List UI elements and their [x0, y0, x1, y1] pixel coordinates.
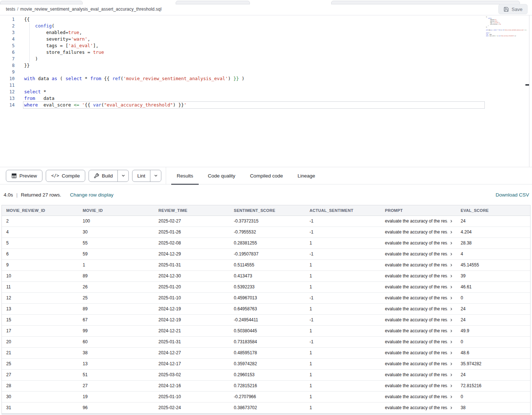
table-row[interactable]: 31962025-02-240.386737021evaluate the ac… [2, 402, 530, 413]
table-row[interactable]: 6592024-12-29-0.19507837-1evaluate the a… [2, 248, 530, 259]
expand-cell-chevron-icon[interactable] [449, 340, 453, 344]
lint-button[interactable]: Lint [132, 170, 150, 182]
table-row[interactable]: 12252025-01-100.45967013-1evaluate the a… [2, 292, 530, 303]
cell: -1 [305, 292, 381, 303]
status-separator: | [16, 192, 18, 198]
expand-cell-chevron-icon[interactable] [449, 373, 453, 377]
cell: 0.72815216 [229, 380, 305, 391]
compile-button[interactable]: </> Compile [46, 170, 85, 182]
code-editor[interactable]: 1{{2 config(3 enabled=true,4 severity='w… [0, 15, 532, 167]
expand-cell-chevron-icon[interactable] [449, 252, 453, 256]
code-line[interactable]: 7 ) [0, 56, 532, 62]
cell: 99 [78, 325, 154, 336]
table-row[interactable]: 17992024-12-210.503804451evaluate the ac… [2, 325, 530, 336]
table-row[interactable]: 5552025-02-080.283812551evaluate the acc… [2, 238, 530, 248]
prompt-cell: evaluate the accuracy of the res… [381, 227, 456, 238]
eval-score-cell: 38 [456, 402, 530, 413]
table-row[interactable]: 4302025-01-26-0.7955532-1evaluate the ac… [2, 227, 530, 238]
tab-results[interactable]: Results [171, 167, 199, 184]
file-bar: tests/movie_review_sentiment_analysis_ev… [0, 3, 532, 15]
column-header[interactable]: SENTIMENT_SCORE [229, 205, 305, 216]
table-row[interactable]: 25132024-12-170.359742821evaluate the ac… [2, 358, 530, 369]
minimap-line: where eval_score <= '{{ var("eval_accura… [486, 35, 527, 37]
expand-cell-chevron-icon[interactable] [449, 274, 453, 278]
column-header[interactable]: MOVIE_REVIEW_ID [2, 205, 78, 216]
tab-lineage[interactable]: Lineage [292, 167, 321, 184]
code-line[interactable]: 11 [0, 82, 532, 89]
prompt-cell: evaluate the accuracy of the res… [381, 248, 456, 259]
expand-cell-chevron-icon[interactable] [449, 285, 453, 289]
cell: 1 [305, 391, 381, 402]
code-line[interactable]: 1{{ [0, 16, 532, 23]
table-row[interactable]: 30192025-01-10-0.27079661evaluate the ac… [2, 391, 530, 402]
table-row[interactable]: 20602025-01-310.73183584-1evaluate the a… [2, 336, 530, 347]
table-row[interactable]: 21382024-12-270.485951781evaluate the ac… [2, 347, 530, 358]
editor-minimap[interactable]: {{ config( enabled=true, severity='warn'… [486, 16, 527, 37]
expand-cell-chevron-icon[interactable] [449, 241, 453, 245]
expand-cell-chevron-icon[interactable] [449, 395, 453, 399]
code-line[interactable]: 9 [0, 69, 532, 75]
code-line[interactable]: 3 enabled=true, [0, 29, 532, 36]
code-line[interactable]: 4 severity='warn', [0, 36, 532, 42]
cell: 96 [78, 402, 154, 413]
code-line[interactable]: 6 store_failures = true [0, 49, 532, 56]
change-row-display-link[interactable]: Change row display [70, 192, 113, 198]
code-line-content: where eval_score <= '{{ var("eval_accura… [24, 102, 485, 108]
table-row[interactable]: 15672024-12-19-0.24954411-1evaluate the … [2, 314, 530, 325]
expand-cell-chevron-icon[interactable] [449, 296, 453, 300]
expand-cell-chevron-icon[interactable] [449, 230, 453, 234]
code-line[interactable]: 13from data [0, 95, 532, 102]
prompt-cell: evaluate the accuracy of the res… [381, 347, 456, 358]
expand-cell-chevron-icon[interactable] [449, 329, 453, 333]
expand-cell-chevron-icon[interactable] [449, 362, 453, 366]
code-line[interactable]: 14where eval_score <= '{{ var("eval_accu… [0, 102, 532, 108]
tab-compiled-code[interactable]: Compiled code [244, 167, 288, 184]
expand-cell-chevron-icon[interactable] [449, 384, 453, 388]
download-csv-link[interactable]: Download CSV [495, 192, 529, 198]
expand-cell-chevron-icon[interactable] [449, 307, 453, 311]
cell: 89 [78, 303, 154, 314]
breadcrumb-folder[interactable]: tests [6, 7, 15, 12]
expand-cell-chevron-icon[interactable] [449, 406, 453, 410]
column-header[interactable]: ACTUAL_SENTIMENT [305, 205, 381, 216]
code-line[interactable]: 2 config( [0, 23, 532, 29]
cell: 0.2960153 [229, 369, 305, 380]
table-row[interactable]: 21002025-02-27-0.37372315-1evaluate the … [2, 216, 530, 227]
cell: 30 [2, 391, 78, 402]
breadcrumb-filename: movie_review_sentiment_analysis_eval_ass… [20, 7, 161, 12]
expand-cell-chevron-icon[interactable] [449, 351, 453, 355]
build-dropdown-caret[interactable] [118, 170, 128, 182]
table-row[interactable]: 11262025-01-200.53922331evaluate the acc… [2, 281, 530, 292]
cell: 2024-12-27 [154, 347, 229, 358]
expand-cell-chevron-icon[interactable] [449, 318, 453, 322]
code-line[interactable]: 5 tags = ['ai_eval'], [0, 42, 532, 49]
column-header[interactable]: REVIEW_TIME [154, 205, 229, 216]
column-header[interactable]: EVAL_SCORE [456, 205, 530, 216]
expand-cell-chevron-icon[interactable] [449, 263, 453, 267]
table-row[interactable]: 27512025-03-020.29601531evaluate the acc… [2, 369, 530, 380]
table-row[interactable]: 13892024-12-190.649587631evaluate the ac… [2, 303, 530, 314]
code-line[interactable]: 8}} [0, 62, 532, 69]
save-button-label: Save [512, 7, 522, 12]
code-line[interactable]: 10with data as ( select * from {{ ref('m… [0, 75, 532, 82]
build-button[interactable]: Build [89, 170, 118, 182]
column-header[interactable]: PROMPT [381, 205, 456, 216]
expand-cell-chevron-icon[interactable] [449, 219, 453, 223]
cell: 2024-12-29 [154, 248, 229, 259]
code-line-content: select * [24, 89, 46, 95]
table-grid-icon [11, 173, 17, 179]
code-line[interactable]: 12select * [0, 89, 532, 95]
horizontal-scrollbar-track[interactable] [1, 414, 531, 415]
table-row[interactable]: 28272024-12-160.728152161evaluate the ac… [2, 380, 530, 391]
save-button[interactable]: Save [498, 4, 528, 14]
cell: 13 [78, 358, 154, 369]
table-row[interactable]: 912025-01-310.51145551evaluate the accur… [2, 259, 530, 270]
editor-scrollbar[interactable] [529, 15, 529, 167]
column-header[interactable]: MOVIE_ID [78, 205, 154, 216]
preview-button[interactable]: Preview [6, 170, 42, 182]
code-line-content: config( [24, 23, 55, 29]
prompt-preview-text: evaluate the accuracy of the res… [385, 218, 448, 224]
lint-dropdown-caret[interactable] [150, 170, 161, 182]
tab-code-quality[interactable]: Code quality [202, 167, 241, 184]
table-row[interactable]: 10892024-12-300.4134731evaluate the accu… [2, 270, 530, 281]
